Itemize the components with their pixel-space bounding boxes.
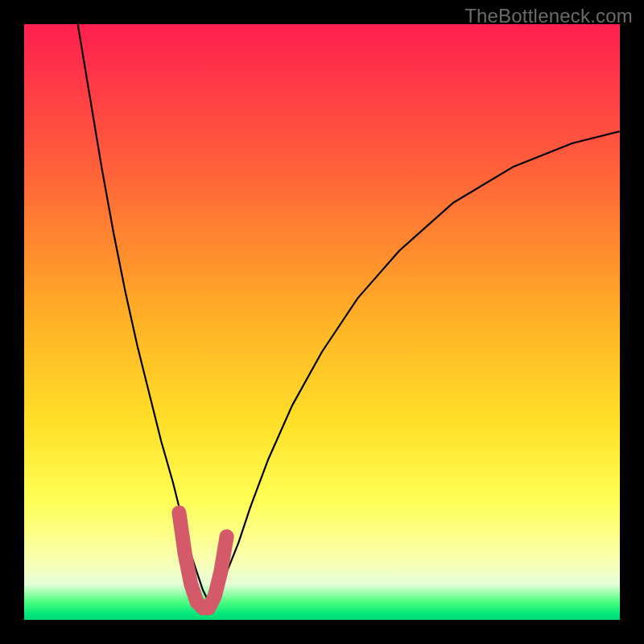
plot-area — [24, 24, 620, 620]
bottleneck-curve — [78, 24, 620, 602]
chart-frame: TheBottleneck.com — [0, 0, 644, 644]
watermark-label: TheBottleneck.com — [464, 5, 633, 27]
curve-svg — [24, 24, 620, 620]
sweet-spot-highlight — [179, 513, 226, 608]
